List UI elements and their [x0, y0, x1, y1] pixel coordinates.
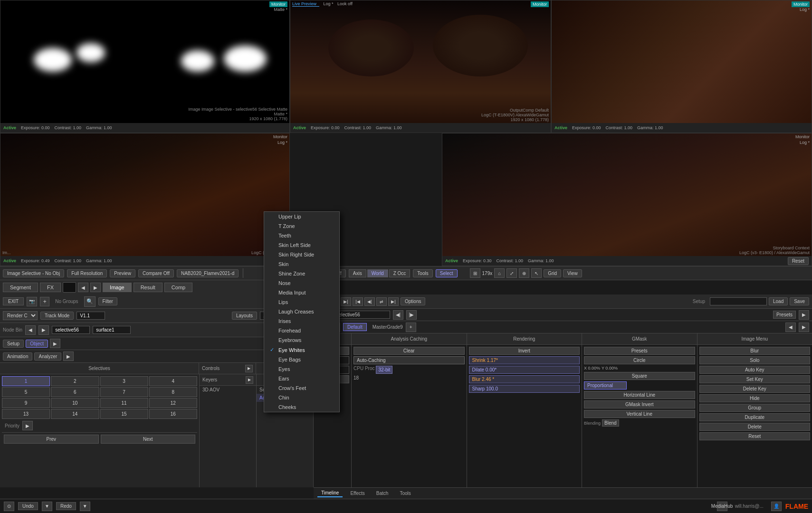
sel-num-14[interactable]: 14 [51, 409, 99, 419]
live-preview-tabs[interactable]: Live Preview Log * Look off [292, 1, 353, 6]
group-btn[interactable]: Group [699, 404, 811, 412]
dilate-badge[interactable]: Dilate 0.00* [469, 366, 580, 374]
node-next-btn[interactable]: ▶ [38, 325, 49, 335]
shrink-badge[interactable]: Shrink 1.17* [469, 356, 580, 364]
save-btn[interactable]: Save [790, 297, 809, 305]
sel-num-11[interactable]: 11 [100, 398, 148, 408]
sel-num-4[interactable]: 4 [149, 376, 197, 386]
setup-input[interactable] [710, 297, 767, 305]
priority-arrow-btn[interactable]: ▶ [22, 421, 33, 430]
dropdown-crows-feet[interactable]: Crow's Feet [264, 383, 339, 393]
view-btn-label[interactable]: View [563, 269, 582, 277]
analyzer-arrow-btn[interactable]: ▶ [63, 352, 74, 361]
search-btn[interactable]: 🔍 [84, 296, 96, 307]
object-prev-btn[interactable]: ◀| [393, 310, 403, 320]
redo-btn[interactable]: Redo [56, 502, 76, 510]
sel-num-10[interactable]: 10 [51, 398, 99, 408]
proportional-input[interactable] [584, 381, 627, 390]
horizontal-line-btn[interactable]: Horizontal Line [584, 391, 695, 399]
clear-btn[interactable]: Clear [353, 347, 465, 355]
image-selective-btn[interactable]: Image Selective - No Obj [3, 269, 64, 277]
dropdown-eyes[interactable]: Eyes [264, 364, 339, 374]
end-btn[interactable]: ▶| [388, 297, 399, 306]
blur-menu-btn[interactable]: Blur [699, 347, 811, 355]
sel-num-3[interactable]: 3 [100, 376, 148, 386]
preview-btn[interactable]: Preview [110, 269, 135, 277]
exit-btn[interactable]: EXIT [3, 297, 24, 305]
zoom-icon-btn[interactable]: ⊕ [519, 268, 529, 278]
dropdown-t-zone[interactable]: T Zone [264, 221, 339, 231]
default-arrow-left-btn[interactable]: ◀ [785, 323, 796, 332]
sel-num-2[interactable]: 2 [51, 376, 99, 386]
dropdown-skin[interactable]: Skin [264, 259, 339, 269]
sel-num-1[interactable]: 1 [2, 376, 50, 386]
dropdown-upper-lip[interactable]: Upper Lip [264, 212, 339, 221]
status-icon-left[interactable]: ⊙ [4, 502, 14, 511]
invert-btn[interactable]: Invert [469, 347, 580, 355]
image-tab[interactable]: Image [103, 283, 132, 292]
sel-num-12[interactable]: 12 [149, 398, 197, 408]
dropdown-nose[interactable]: Nose [264, 278, 339, 288]
world-btn[interactable]: World [367, 269, 388, 277]
hide-btn[interactable]: Hide [699, 394, 811, 402]
bottom-right-reset-btn[interactable]: Reset [788, 257, 809, 265]
bit-32-badge[interactable]: 32-bit [376, 366, 392, 374]
square-btn[interactable]: Square [584, 372, 695, 380]
add-group-btn[interactable]: + [40, 297, 49, 306]
keyers-3daov[interactable]: 3D AOV [200, 386, 256, 394]
step-back-btn[interactable]: |◀ [353, 297, 363, 306]
camera-icon-btn[interactable]: 📷 [27, 297, 37, 306]
node-prev-btn[interactable]: ◀ [25, 325, 36, 335]
dropdown-cheeks[interactable]: Cheeks [264, 402, 339, 412]
default-badge[interactable]: Default [343, 323, 367, 331]
object-value-input[interactable] [333, 311, 390, 319]
dropdown-teeth[interactable]: Teeth [264, 231, 339, 240]
vertical-line-btn[interactable]: Vertical Line [584, 410, 695, 418]
prev-frame-btn[interactable]: ◀| [364, 297, 375, 306]
duplicate-btn[interactable]: Duplicate [699, 413, 811, 421]
grid-btn[interactable]: Grid [544, 269, 561, 277]
presets-btn-right[interactable]: Presets [773, 311, 796, 319]
compare-off-btn[interactable]: Compare Off [138, 269, 174, 277]
bottom-right-monitor-label[interactable]: Monitor [795, 134, 810, 139]
prev-seg-btn[interactable]: ◀ [78, 283, 88, 292]
sel-num-8[interactable]: 8 [149, 387, 197, 397]
tools-btn[interactable]: Tools [413, 269, 432, 277]
set-key-btn[interactable]: Set Key [699, 375, 811, 383]
dropdown-eyebrows[interactable]: Eyebrows [264, 335, 339, 345]
dropdown-eye-whites[interactable]: ✓Eye Whites [264, 345, 339, 355]
home-icon-btn[interactable]: ⌂ [494, 268, 505, 278]
dropdown-irises[interactable]: Irises [264, 316, 339, 326]
animation-btn[interactable]: Animation [3, 352, 32, 361]
sel-num-13[interactable]: 13 [2, 409, 50, 419]
object-arrow-btn[interactable]: ▶ [50, 339, 60, 348]
dropdown-ears[interactable]: Ears [264, 374, 339, 383]
setup-btn-left[interactable]: Setup [3, 340, 24, 348]
track-mode-btn[interactable]: Track Mode [40, 312, 74, 320]
undo-btn[interactable]: Undo [18, 502, 38, 510]
fx-tab[interactable]: FX [40, 283, 61, 292]
sel-num-15[interactable]: 15 [100, 409, 148, 419]
grid-icon-btn[interactable]: ⊞ [470, 268, 480, 278]
circle-btn[interactable]: Circle [584, 356, 695, 364]
batch-tab[interactable]: Batch [373, 490, 392, 497]
filter-btn[interactable]: Filter [98, 297, 117, 305]
select-btn[interactable]: Select [436, 269, 458, 277]
dropdown-skin-right-side[interactable]: Skin Right Side [264, 250, 339, 259]
controls-arrow-btn[interactable]: ▶ [245, 365, 253, 372]
cursor-icon-btn[interactable]: ↖ [531, 268, 542, 278]
sel-num-16[interactable]: 16 [149, 409, 197, 419]
dropdown-chin[interactable]: Chin [264, 393, 339, 402]
object-btn[interactable]: Object [26, 340, 48, 348]
result-tab[interactable]: Result [134, 283, 162, 292]
prev-btn[interactable]: Prev [4, 435, 99, 444]
sharp-badge[interactable]: Sharp 100.0 [469, 385, 580, 393]
dropdown-media-input[interactable]: Media Input [264, 288, 339, 297]
default-arrow-right-btn[interactable]: ▶ [799, 323, 809, 332]
step-fwd-btn[interactable]: ▶| [341, 297, 351, 306]
mediahub-btn[interactable]: MediaHub [717, 502, 727, 511]
fit-icon-btn[interactable]: ⤢ [506, 268, 517, 278]
load-btn[interactable]: Load [769, 297, 788, 305]
next-seg-btn[interactable]: ▶ [90, 283, 101, 292]
timeline-tab[interactable]: Timeline [317, 489, 343, 497]
